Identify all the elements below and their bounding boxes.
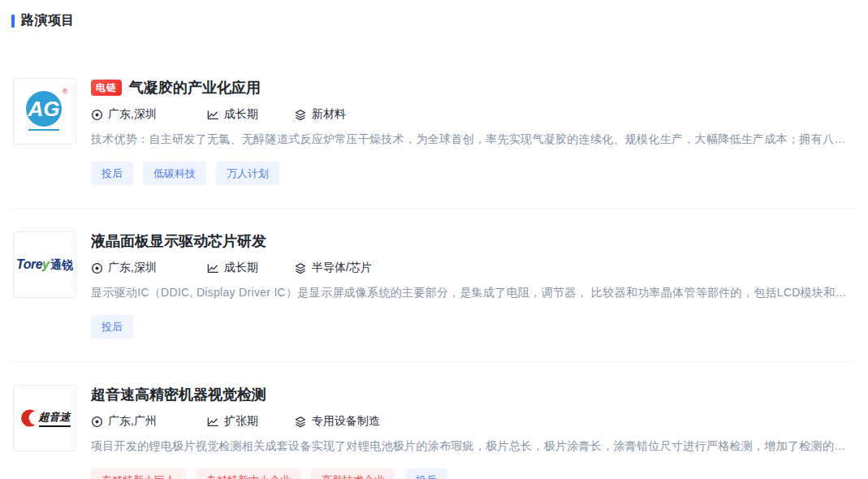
meta-row: 广东,广州 扩张期 专用设备制造 [91,414,855,429]
stage-item: 成长期 [206,107,258,122]
chain-badge: 电链 [91,80,122,96]
stage-item: 成长期 [206,261,258,275]
project-title[interactable]: 液晶面板显示驱动芯片研发 [91,231,266,251]
layers-icon [294,109,307,121]
accent-bar [11,15,15,28]
section-header: 路演项目 [11,12,855,29]
project-card[interactable]: AG ® 电链 气凝胶的产业化应用 广东,深圳 [11,55,855,209]
project-description: 显示驱动IC（DDIC, Display Driver IC）是显示屏成像系统的… [91,286,855,300]
project-description: 技术优势：自主研发了无氯、无醇隧道式反应炉常压干燥技术，为全球首创，率先实现气凝… [91,132,855,147]
location-label: 广东,深圳 [108,261,157,275]
location-item: 广东,深圳 [91,261,171,275]
meta-row: 广东,深圳 成长期 半导体/芯片 [91,261,855,275]
industry-item: 新材料 [294,107,346,122]
tag-list: 专精特新小巨人 专精特新中小企业 高新技术企业 投后 [91,468,855,479]
location-item: 广东,广州 [91,414,171,429]
card-body: 电链 气凝胶的产业化应用 广东,深圳 成长期 [91,78,855,185]
tag-list: 投后 [91,315,855,339]
card-body: 液晶面板显示驱动芯片研发 广东,深圳 成长期 [91,231,855,339]
chaoyinsu-logo: 超音速 [19,408,71,428]
location-label: 广东,深圳 [108,107,157,122]
project-title[interactable]: 超音速高精密机器视觉检测 [91,385,266,404]
company-logo: AG ® [13,78,76,145]
svg-text:®: ® [63,88,68,96]
page-title: 路演项目 [21,12,75,29]
industry-label: 新材料 [312,107,346,122]
tag-wanren-plan: 万人计划 [216,162,279,185]
trend-chart-icon [206,109,219,121]
meta-row: 广东,深圳 成长期 新材料 [91,107,855,122]
company-logo: Torey通锐 [13,231,76,298]
tag-invested: 投后 [91,315,133,339]
trend-chart-icon [206,262,219,274]
tag-invested: 投后 [91,162,133,185]
stage-item: 扩张期 [206,414,258,429]
layers-icon [294,262,307,274]
torey-logo-accent: y [42,257,50,272]
stage-label: 扩张期 [224,414,258,429]
trend-chart-icon [206,416,219,428]
torey-logo-cn: 通锐 [50,258,73,273]
layers-icon [294,416,307,428]
ag-globe-logo-icon: AG ® [19,84,71,138]
industry-label: 专用设备制造 [312,414,380,429]
location-icon [91,262,103,274]
torey-logo: Torey通锐 [16,257,73,273]
location-item: 广东,深圳 [91,107,171,122]
title-row: 电链 气凝胶的产业化应用 [91,78,855,97]
location-icon [91,109,103,121]
tag-little-giant: 专精特新小巨人 [91,468,186,479]
company-logo: 超音速 [13,385,76,451]
stage-label: 成长期 [224,107,258,122]
industry-label: 半导体/芯片 [312,261,372,275]
svg-text:AG: AG [28,97,60,121]
industry-item: 专用设备制造 [294,414,380,429]
title-row: 液晶面板显示驱动芯片研发 [91,231,855,251]
location-icon [91,416,103,428]
stage-label: 成长期 [224,261,258,275]
card-body: 超音速高精密机器视觉检测 广东,广州 扩张期 [91,385,855,479]
title-row: 超音速高精密机器视觉检测 [91,385,855,404]
tag-invested: 投后 [405,468,447,479]
torey-logo-text: Tore [16,257,42,272]
tag-sme: 专精特新中小企业 [196,468,301,479]
tag-high-tech: 高新技术企业 [311,468,395,479]
roadshow-page: 路演项目 AG ® 电链 气凝胶的产业化应用 [0,0,868,479]
project-title[interactable]: 气凝胶的产业化应用 [129,78,261,97]
project-card[interactable]: Torey通锐 液晶面板显示驱动芯片研发 广东,深圳 [11,209,855,362]
chaoyinsu-logo-text: 超音速 [39,410,71,427]
project-description: 项目开发的锂电极片视觉检测相关成套设备实现了对锂电池极片的涂布瑕疵，极片总长，极… [91,439,855,454]
tag-list: 投后 低碳科技 万人计划 [91,162,855,185]
industry-item: 半导体/芯片 [294,261,372,275]
project-card[interactable]: 超音速 超音速高精密机器视觉检测 广东,广州 [11,362,855,479]
tag-low-carbon: 低碳科技 [143,162,206,185]
red-swoosh-icon [19,408,37,428]
location-label: 广东,广州 [108,414,157,429]
